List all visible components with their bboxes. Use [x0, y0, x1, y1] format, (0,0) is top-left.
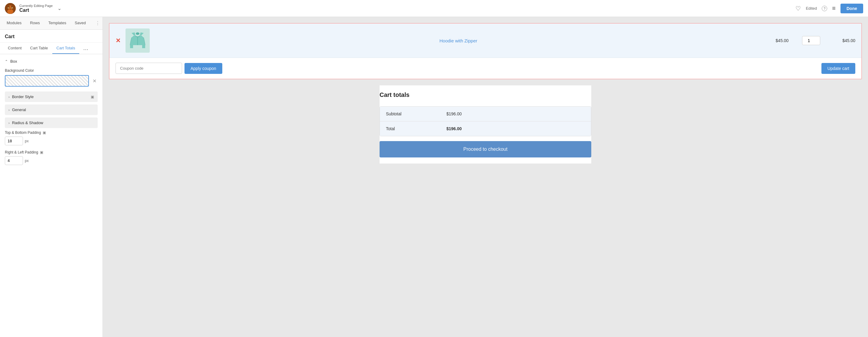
- sidebar-tab-saved[interactable]: Saved: [70, 17, 90, 29]
- sidebar-tab-rows[interactable]: Rows: [26, 17, 44, 29]
- sidebar-tab-modules[interactable]: Modules: [2, 17, 26, 29]
- monitor-icon-tb: ▣: [43, 131, 46, 135]
- sidebar: Modules Rows Templates Saved ⋮ Cart Cont…: [0, 17, 103, 337]
- subtotal-value: $196.00: [446, 111, 462, 116]
- sidebar-tabs: Modules Rows Templates Saved ⋮: [0, 17, 102, 30]
- done-button[interactable]: Done: [840, 4, 863, 13]
- radius-shadow-label: Radius & Shadow: [12, 120, 43, 125]
- right-left-padding-field: Right & Left Padding ▣ px: [5, 150, 98, 165]
- chevron-down-button[interactable]: ⌄: [56, 4, 63, 12]
- top-bottom-padding-unit: px: [25, 139, 29, 143]
- top-bottom-padding-input-row: px: [5, 137, 98, 145]
- settings-tabs: Content Cart Table Cart Totals …: [0, 43, 102, 54]
- hoodie-image: [128, 30, 147, 51]
- border-style-label: Border Style: [12, 94, 34, 99]
- quantity-input[interactable]: [802, 36, 820, 45]
- canvas-area: ✕ Hoodie wi: [103, 17, 868, 337]
- clear-color-button[interactable]: ✕: [91, 77, 98, 85]
- menu-icon[interactable]: ≡: [832, 5, 836, 12]
- svg-point-5: [7, 7, 9, 8]
- cart-item-row: ✕ Hoodie wi: [110, 24, 861, 58]
- apply-coupon-button[interactable]: Apply coupon: [185, 63, 222, 74]
- top-bottom-padding-label: Top & Bottom Padding ▣: [5, 131, 98, 135]
- drag-handle-icon[interactable]: ⋮: [95, 20, 100, 26]
- radius-shadow-header[interactable]: › Radius & Shadow: [5, 117, 98, 128]
- coupon-row: Apply coupon Update cart: [110, 58, 861, 79]
- page-name: Cart: [19, 7, 53, 13]
- coupon-input[interactable]: [116, 63, 182, 74]
- top-bar-left: Currently Editing Page Cart ⌄: [5, 3, 796, 14]
- total-row: Total $196.00: [380, 121, 591, 136]
- cart-totals-title: Cart totals: [379, 91, 591, 102]
- cart-section: ✕ Hoodie wi: [109, 23, 862, 79]
- box-label: Box: [10, 59, 17, 63]
- total-value: $196.00: [446, 126, 462, 131]
- color-input[interactable]: [5, 75, 89, 87]
- bg-color-label: Background Color: [5, 68, 98, 73]
- subtotal-label: Subtotal: [386, 111, 446, 116]
- main-layout: Modules Rows Templates Saved ⋮ Cart Cont…: [0, 17, 868, 337]
- svg-point-7: [136, 32, 140, 35]
- general-chevron-icon: ›: [8, 108, 10, 112]
- help-icon[interactable]: ?: [822, 6, 827, 11]
- editing-label: Currently Editing Page: [19, 4, 53, 7]
- border-style-chevron-icon: ›: [8, 95, 10, 99]
- svg-point-2: [7, 9, 13, 14]
- remove-item-button[interactable]: ✕: [116, 37, 121, 44]
- totals-table: Subtotal $196.00 Total $196.00: [379, 106, 591, 136]
- edited-label: Edited: [806, 6, 817, 10]
- background-color-field: Background Color ✕: [5, 68, 98, 87]
- general-section: › General: [5, 105, 98, 115]
- right-left-padding-unit: px: [25, 159, 29, 163]
- proceed-checkout-button[interactable]: Proceed to checkout: [379, 141, 591, 158]
- border-style-section: › Border Style ▣: [5, 91, 98, 102]
- subtotal-row: Subtotal $196.00: [380, 107, 591, 121]
- settings-tab-cart-totals[interactable]: Cart Totals: [52, 43, 80, 54]
- general-label: General: [12, 108, 26, 112]
- box-chevron-icon[interactable]: ⌃: [5, 59, 8, 63]
- product-total: $45.00: [825, 38, 855, 43]
- update-cart-button[interactable]: Update cart: [822, 63, 855, 74]
- top-bar-title: Currently Editing Page Cart: [19, 4, 53, 13]
- monitor-icon-border: ▣: [91, 95, 94, 99]
- sidebar-section-title: Cart: [0, 30, 102, 43]
- right-left-padding-label: Right & Left Padding ▣: [5, 150, 98, 155]
- border-style-header[interactable]: › Border Style ▣: [5, 91, 98, 102]
- radius-shadow-section: › Radius & Shadow: [5, 117, 98, 128]
- radius-shadow-chevron-icon: ›: [8, 121, 10, 125]
- bell-icon[interactable]: ♡: [796, 5, 801, 12]
- total-label: Total: [386, 126, 446, 131]
- settings-tab-cart-table[interactable]: Cart Table: [26, 43, 52, 54]
- right-left-padding-input[interactable]: [5, 156, 23, 165]
- top-bar-right: ♡ Edited ? ≡ Done: [796, 4, 863, 13]
- monitor-icon-rl: ▣: [40, 150, 43, 155]
- top-bottom-padding-field: Top & Bottom Padding ▣ px: [5, 131, 98, 145]
- cart-totals-section: Cart totals Subtotal $196.00 Total $196.…: [379, 85, 591, 164]
- settings-tab-content[interactable]: Content: [4, 43, 26, 54]
- box-row: ⌃ Box: [5, 59, 98, 63]
- product-price: $45.00: [767, 38, 797, 43]
- sidebar-content: ⌃ Box Background Color ✕ › Border Style …: [0, 54, 102, 175]
- top-bar: Currently Editing Page Cart ⌄ ♡ Edited ?…: [0, 0, 868, 17]
- color-input-row: ✕: [5, 75, 98, 87]
- product-image: [125, 28, 150, 53]
- general-header[interactable]: › General: [5, 105, 98, 115]
- svg-point-6: [11, 7, 13, 8]
- top-bottom-padding-input[interactable]: [5, 137, 23, 145]
- avatar: [5, 3, 16, 14]
- sidebar-tab-templates[interactable]: Templates: [44, 17, 70, 29]
- product-name: Hoodie with Zipper: [155, 38, 762, 43]
- right-left-padding-input-row: px: [5, 156, 98, 165]
- more-options-button[interactable]: …: [81, 44, 91, 53]
